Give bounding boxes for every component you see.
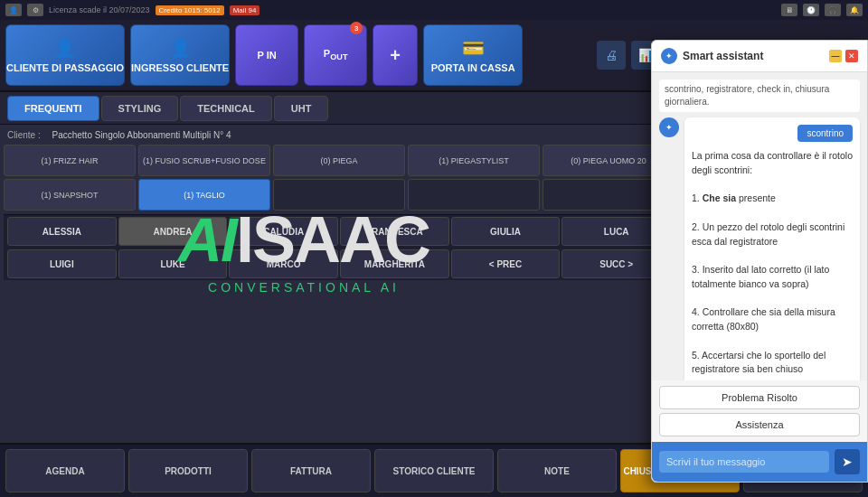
service-empty-2 [408,179,540,211]
smart-title: Smart assistant [683,50,824,62]
settings-icon: ⚙ [27,4,43,16]
ingresso-icon: 👤 [169,37,192,59]
fattura-button[interactable]: FATTURA [251,449,371,492]
cliente-icon: 👤 [53,37,76,59]
top-bar-left: 👤 ⚙ Licenza scade il 20/07/2023 Credito … [5,4,774,16]
p-in-label: P in [258,50,277,61]
porta-cassa-button[interactable]: 💳 PORTA IN CASSA [423,24,523,86]
tab-styling[interactable]: STYLING [101,96,179,121]
tab-uht[interactable]: UHT [274,96,329,121]
credit-badge: Credito 1015: 5012 [156,5,224,15]
staff-francesca[interactable]: FRANCESCA [340,217,449,246]
smart-close-button[interactable]: ✕ [845,50,858,62]
service-grid: Cliente : Pacchetto Singolo Abbonamenti … [0,125,678,443]
clock-icon: 🕐 [803,4,819,16]
cliente-passaggio-label: CLIENTE DI PASSAGGIO [6,62,124,73]
service-taglio[interactable]: (1) TAGLIO [138,179,270,211]
service-row-1: (1) FRIZZ HAIR (1) FUSIO SCRUB+FUSIO DOS… [4,145,675,176]
staff-giulia[interactable]: GIULIA [451,217,561,246]
smart-bot-icon: ✦ [659,117,679,137]
p-in-button[interactable]: P in [235,24,298,86]
storico-cliente-button[interactable]: STORICO CLIENTE [374,449,494,492]
smart-input-row: ➤ [652,442,867,482]
staff-margherita[interactable]: MARGHERITA [340,249,449,278]
mail-badge: Mail 94 [230,5,260,15]
service-snapshot[interactable]: (1) SNAPSHOT [4,179,136,211]
pacchetto-text: Pacchetto Singolo Abbonamenti Multipli N… [52,130,231,140]
problema-risolto-button[interactable]: Problema Risolto [659,386,860,409]
agenda-button[interactable]: AGENDA [5,449,125,492]
smart-intro: scontrino, registratore, check in, chius… [659,80,860,112]
smart-assistant-panel: ✦ Smart assistant — ✕ scontrino, registr… [651,40,868,483]
porta-cassa-label: PORTA IN CASSA [431,62,515,73]
assistenza-button[interactable]: Assistenza [659,413,860,436]
top-bar-right: 🖥 🕐 🎧 🔔 [781,4,863,16]
add-icon: + [390,45,401,66]
service-frizz[interactable]: (1) FRIZZ HAIR [4,145,136,176]
add-button[interactable]: + [373,24,418,86]
cliente-passaggio-button[interactable]: 👤 CLIENTE DI PASSAGGIO [5,24,125,86]
service-piegastylist[interactable]: (1) PIEGASTYLIST [408,145,540,176]
service-piega[interactable]: (0) PIEGA [273,145,405,176]
step1-highlight: Che sia [703,192,736,203]
ingresso-cliente-button[interactable]: 👤 INGRESSO CLIENTE [130,24,230,86]
p-out-label: Pout [324,48,348,61]
smart-message-text: La prima cosa da controllare è il rotolo… [692,149,853,380]
smart-minimize-button[interactable]: — [829,50,842,62]
staff-alessia[interactable]: ALESSIA [7,217,117,246]
staff-luke[interactable]: LUKE [118,249,228,278]
smart-controls: — ✕ [829,50,858,62]
staff-luigi[interactable]: LUIGI [7,249,117,278]
smart-send-button[interactable]: ➤ [835,449,860,474]
service-fusio[interactable]: (1) FUSIO SCRUB+FUSIO DOSE [138,145,270,176]
note-button[interactable]: NOTE [497,449,617,492]
cassa-icon: 💳 [462,37,485,59]
staff-row-1: ALESSIA ANDREA CALUDIA FRANCESCA GIULIA … [4,215,675,248]
user-icon: 👤 [5,4,22,16]
smart-input[interactable] [659,451,829,473]
tab-frequenti[interactable]: FREQUENTI [7,96,99,121]
p-out-button[interactable]: 3 Pout [304,24,367,86]
prodotti-button[interactable]: PRODOTTI [128,449,248,492]
staff-prec[interactable]: < PREC [451,249,561,278]
notification-icon: 🔔 [846,4,863,16]
service-row-2: (1) SNAPSHOT (1) TAGLIO [4,179,675,211]
smart-action-buttons: Problema Risolto Assistenza [652,380,867,442]
staff-caludia[interactable]: CALUDIA [229,217,338,246]
license-text: Licenza scade il 20/07/2023 [49,5,150,14]
staff-area: ALESSIA ANDREA CALUDIA FRANCESCA GIULIA … [4,214,675,280]
service-empty-1 [273,179,405,211]
staff-row-2: LUIGI LUKE MARCO MARGHERITA < PREC SUCC … [4,248,675,280]
smart-body: scontrino, registratore, check in, chius… [652,72,867,380]
staff-marco[interactable]: MARCO [229,249,338,278]
smart-bot-message: ✦ scontrino La prima cosa da controllare… [659,117,860,380]
headset-icon: 🎧 [825,4,841,16]
p-out-badge: 3 [350,22,363,34]
tr-icon-1[interactable]: 🖨 [597,41,626,70]
monitor-icon: 🖥 [781,4,797,16]
top-bar: 👤 ⚙ Licenza scade il 20/07/2023 Credito … [0,0,868,20]
client-label: Cliente : Pacchetto Singolo Abbonamenti … [4,128,675,142]
ingresso-cliente-label: INGRESSO CLIENTE [131,62,229,73]
smart-bubble: scontrino La prima cosa da controllare è… [684,117,860,380]
smart-icon: ✦ [661,48,677,64]
staff-andrea[interactable]: ANDREA [118,217,228,246]
smart-header: ✦ Smart assistant — ✕ [652,41,867,72]
tab-technical[interactable]: TECHNICAL [180,96,272,121]
scontrino-button[interactable]: scontrino [797,125,853,142]
